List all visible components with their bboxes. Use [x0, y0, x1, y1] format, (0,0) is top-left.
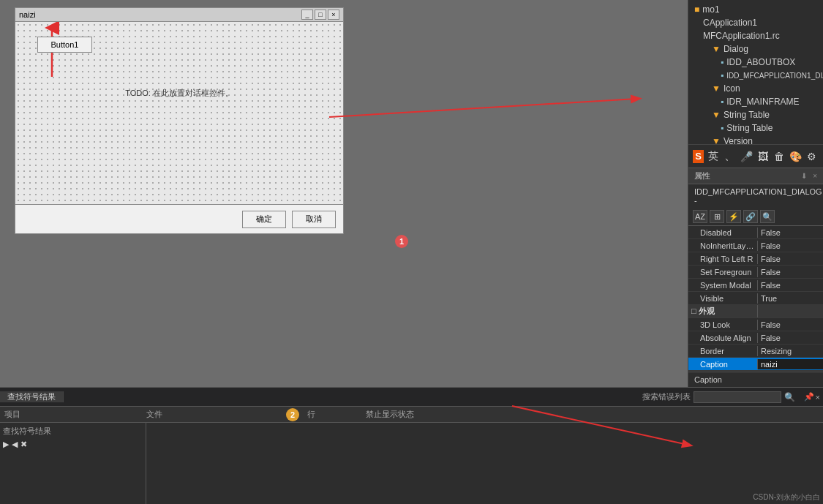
- resource-tree-panel: ■ mo1 CApplication1 MFCApplication1.rc ▼…: [688, 0, 823, 144]
- props-pin-icon[interactable]: ⬇: [801, 172, 807, 180]
- props-val-disabled: False: [758, 227, 823, 238]
- find-results-icon3[interactable]: ✖: [20, 440, 27, 449]
- tree-label-icon: Icon: [724, 83, 740, 94]
- dialog-title: naizi: [19, 10, 36, 19]
- props-search-btn[interactable]: 🔍: [760, 210, 775, 223]
- find-results-panel: 查找符号结果 ▶ ◀ ✖: [0, 423, 146, 504]
- watermark: CSDN-刘永的小白白: [753, 492, 820, 503]
- panel-close-icon[interactable]: ×: [816, 393, 820, 402]
- tree-label-capplication1: CApplication1: [703, 18, 757, 28]
- dialog-ok-button[interactable]: 确定: [242, 211, 286, 228]
- props-row-absalign[interactable]: Absolute Align False: [688, 331, 823, 345]
- col-header-suppress: 禁止显示状态: [366, 409, 823, 420]
- props-key-disabled: Disabled: [688, 227, 758, 238]
- tree-item-icon-folder[interactable]: ▼ Icon: [688, 82, 823, 95]
- tree-label-string-table: String Table: [726, 123, 773, 133]
- props-key-caption: Caption: [688, 359, 758, 369]
- folder-icon-version: ▼: [712, 136, 721, 144]
- tree-label-dialog: Dialog: [724, 44, 748, 54]
- tree-item-idr-mainframe[interactable]: ▪ IDR_MAINFRAME: [688, 95, 823, 108]
- props-key-3dlook: 3D Look: [688, 320, 758, 330]
- props-val-visible: True: [758, 293, 823, 304]
- properties-object-name: IDD_MFCAPPLICATION1_DIALOG - ▼: [688, 184, 823, 208]
- props-val-noinherit: False: [758, 241, 823, 251]
- panel-pin-icon[interactable]: 📌: [804, 392, 814, 402]
- tree-item-dialog-folder[interactable]: ▼ Dialog: [688, 42, 823, 56]
- dialog-close-btn[interactable]: ×: [328, 10, 339, 20]
- badge-1-circle: 1: [395, 235, 408, 248]
- file-icon-mfc: ▪: [721, 70, 724, 80]
- s-brand-icon: S: [693, 150, 704, 163]
- toolbar-btn-gear[interactable]: ⚙: [805, 148, 819, 165]
- props-row-disabled[interactable]: Disabled False: [688, 226, 823, 239]
- props-val-caption[interactable]: naizi: [758, 359, 823, 369]
- props-row-setfg[interactable]: Set Foregroun False: [688, 266, 823, 279]
- dialog-todo-text: TODO: 在此放置对话框控件。: [125, 88, 233, 99]
- toolbar-btn-en[interactable]: 英: [707, 148, 720, 165]
- props-row-visible[interactable]: Visible True: [688, 292, 823, 305]
- props-val-3dlook: False: [758, 320, 823, 330]
- props-val-border: Resizing: [758, 346, 823, 356]
- dialog-button1[interactable]: Button1: [37, 37, 92, 53]
- props-key-absalign: Absolute Align: [688, 333, 758, 343]
- badge-2-circle: 2: [286, 408, 299, 421]
- props-key-noinherit: NoInheritLayout: [688, 241, 758, 251]
- bottom-main-content: [146, 423, 823, 504]
- props-sort-alpha-btn[interactable]: AZ: [693, 210, 707, 223]
- tree-item-idd-aboutbox[interactable]: ▪ IDD_ABOUTBOX: [688, 56, 823, 69]
- find-results-icon2[interactable]: ◀: [12, 440, 18, 449]
- properties-panel: 属性 ⬇ × IDD_MFCAPPLICATION1_DIALOG - ▼ AZ…: [688, 168, 823, 387]
- props-grid-btn[interactable]: ⊞: [710, 210, 724, 223]
- props-val-setfg: False: [758, 267, 823, 277]
- col-header-file: 文件: [146, 409, 278, 420]
- dialog-cancel-button[interactable]: 取消: [292, 211, 336, 228]
- find-results-icon1[interactable]: ▶: [3, 440, 9, 449]
- toolbar-btn-palette[interactable]: 🎨: [789, 148, 802, 165]
- tree-item-string-table[interactable]: ▪ String Table: [688, 121, 823, 135]
- dialog-footer: 确定 取消: [15, 204, 343, 233]
- props-close-icon[interactable]: ×: [813, 172, 817, 180]
- search-input[interactable]: [694, 391, 781, 403]
- props-row-3dlook[interactable]: 3D Look False: [688, 318, 823, 331]
- tree-item-string-table-folder[interactable]: ▼ String Table: [688, 108, 823, 121]
- properties-footer: Caption: [688, 372, 823, 387]
- col-header-project: 项目: [0, 409, 146, 420]
- search-label: 搜索错误列表: [642, 391, 691, 402]
- props-val-sysmodal: False: [758, 280, 823, 290]
- props-val-absalign: False: [758, 333, 823, 343]
- props-key-sysmodal: System Modal: [688, 280, 758, 290]
- tree-item-version-folder[interactable]: ▼ Version: [688, 135, 823, 144]
- toolbar-btn-trash[interactable]: 🗑: [773, 148, 786, 165]
- props-event-btn[interactable]: ⚡: [726, 210, 741, 223]
- toolbar-btn-comma[interactable]: 、: [723, 148, 736, 165]
- folder-icon-icon: ▼: [712, 83, 721, 94]
- props-key-visible: Visible: [688, 293, 758, 304]
- svg-line-3: [329, 99, 636, 117]
- tree-label-idr-mainframe: IDR_MAINFRAME: [726, 97, 799, 107]
- toolbar-btn-mic[interactable]: 🎤: [740, 148, 753, 165]
- badge-2-area: 2: [278, 408, 307, 421]
- props-key-appearance: □ 外观: [688, 305, 758, 317]
- props-row-rtl[interactable]: Right To Left R False: [688, 252, 823, 266]
- dialog-maximize-btn[interactable]: □: [315, 10, 326, 20]
- tree-item-capplication1[interactable]: CApplication1: [688, 16, 823, 29]
- props-row-caption[interactable]: Caption naizi: [688, 358, 823, 371]
- props-row-noinherit[interactable]: NoInheritLayout False: [688, 239, 823, 252]
- toolbar-btn-img[interactable]: 🖼: [756, 148, 769, 165]
- props-row-appearance-group: □ 外观: [688, 305, 823, 318]
- annotation-badge-1: 1: [395, 235, 408, 248]
- properties-panel-header: 属性 ⬇ ×: [688, 168, 823, 184]
- bottom-panel: 查找符号结果 搜索错误列表 🔍 📌 × 项目 文件: [0, 387, 823, 504]
- tree-item-mo1[interactable]: ■ mo1: [688, 3, 823, 16]
- props-row-sysmodal[interactable]: System Modal False: [688, 279, 823, 292]
- dialog-minimize-btn[interactable]: _: [301, 10, 313, 20]
- file-icon-aboutbox: ▪: [721, 57, 724, 67]
- tree-item-rc[interactable]: MFCApplication1.rc: [688, 29, 823, 42]
- resource-toolbar: S 英 、 🎤 🖼 🗑 🎨 ⚙: [688, 144, 823, 168]
- tab-find-results[interactable]: 查找符号结果: [0, 391, 64, 402]
- props-row-border[interactable]: Border Resizing: [688, 345, 823, 358]
- columns-header: 项目 文件 2 行 禁止显示状态: [0, 407, 823, 423]
- search-icon[interactable]: 🔍: [784, 392, 795, 402]
- tree-item-idd-mfc[interactable]: ▪ IDD_MFCAPPLICATION1_DIALO: [688, 69, 823, 82]
- props-link-btn[interactable]: 🔗: [743, 210, 758, 223]
